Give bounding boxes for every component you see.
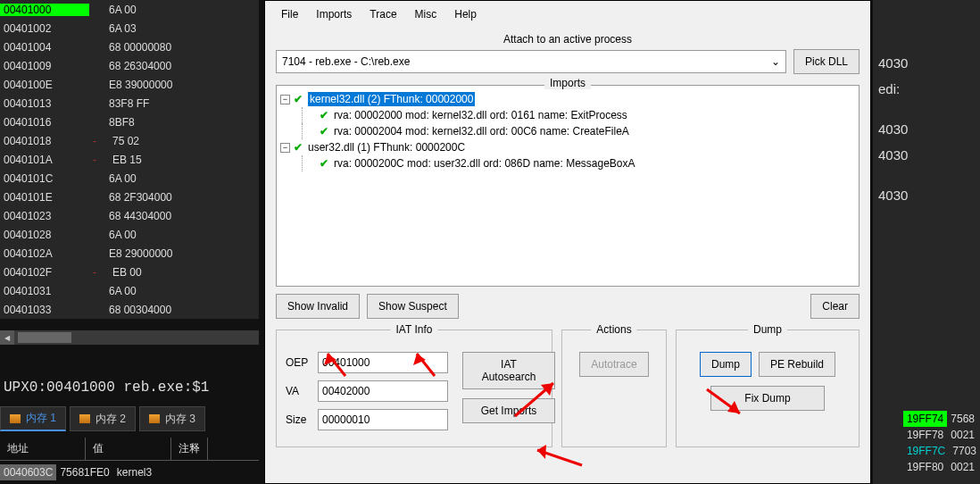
size-input[interactable] bbox=[318, 409, 448, 430]
autotrace-button[interactable]: Autotrace bbox=[579, 352, 648, 377]
iat-autosearch-button[interactable]: IAT Autosearch bbox=[462, 352, 555, 389]
address: 0040101E bbox=[0, 191, 89, 204]
disasm-row[interactable]: 00401013 83F8 FF bbox=[0, 94, 259, 113]
disasm-row[interactable]: 0040101A-EB 15 bbox=[0, 150, 259, 169]
disasm-row[interactable]: 00401031 6A 00 bbox=[0, 281, 259, 300]
disasm-row[interactable]: 00401016 8BF8 bbox=[0, 113, 259, 131]
col-comment: 注释 bbox=[171, 438, 208, 460]
memory-tab-3[interactable]: 内存 3 bbox=[139, 406, 205, 431]
tree-leaf[interactable]: ✔ rva: 0000200C mod: user32.dll ord: 086… bbox=[302, 155, 855, 171]
check-icon: ✔ bbox=[294, 141, 303, 154]
disasm-row[interactable]: 0040101C 6A 00 bbox=[0, 169, 259, 188]
disasm-row[interactable]: 00401004 68 00000080 bbox=[0, 38, 259, 56]
jump-marker: - bbox=[89, 266, 96, 279]
jump-marker: - bbox=[89, 154, 96, 166]
stack-row[interactable]: 19FF780021 bbox=[903, 427, 980, 443]
scroll-thumb[interactable] bbox=[18, 332, 71, 343]
check-icon: ✔ bbox=[294, 93, 303, 105]
address: 0040102A bbox=[0, 247, 89, 260]
attach-label: Attach to an active process bbox=[265, 33, 870, 46]
disasm-row[interactable]: 00401009 68 26304000 bbox=[0, 56, 259, 75]
dump-button[interactable]: Dump bbox=[700, 352, 752, 377]
oep-input[interactable] bbox=[318, 352, 448, 373]
address: 00401004 bbox=[0, 41, 89, 54]
stack-row[interactable]: 19FF747568 bbox=[903, 411, 980, 427]
stack-row[interactable]: 19FF7C7703 bbox=[903, 443, 980, 459]
disasm-row[interactable]: 00401028 6A 00 bbox=[0, 225, 259, 244]
bytes: 83F8 FF bbox=[93, 97, 149, 110]
menu-bar: File Imports Trace Misc Help bbox=[265, 1, 870, 28]
address: 00401009 bbox=[0, 60, 89, 72]
collapse-icon[interactable]: − bbox=[280, 95, 290, 104]
stack-row[interactable]: 19FF800021 bbox=[903, 459, 980, 475]
disasm-row[interactable]: 00401018-75 02 bbox=[0, 131, 259, 150]
tree-leaf[interactable]: ✔ rva: 00002000 mod: kernel32.dll ord: 0… bbox=[302, 107, 855, 123]
memory-header: 地址 值 注释 bbox=[0, 438, 259, 461]
col-address: 地址 bbox=[0, 438, 86, 460]
address: 0040102F bbox=[0, 266, 89, 279]
bytes: 8BF8 bbox=[93, 116, 135, 129]
horizontal-scrollbar[interactable]: ◀ bbox=[0, 330, 259, 345]
bytes: EB 00 bbox=[96, 266, 142, 279]
address: 00401033 bbox=[0, 304, 89, 316]
actions-panel: Actions Autotrace bbox=[561, 330, 667, 447]
address: 00401028 bbox=[0, 229, 89, 241]
tree-leaf[interactable]: ✔ rva: 00002004 mod: kernel32.dll ord: 0… bbox=[302, 123, 855, 139]
disasm-row[interactable]: 00401023 68 44304000 bbox=[0, 206, 259, 225]
menu-file[interactable]: File bbox=[274, 6, 305, 22]
disasm-row[interactable]: 00401000 6A 00 bbox=[0, 0, 259, 19]
imports-tree[interactable]: − ✔ kernel32.dll (2) FThunk: 00002000 ✔ … bbox=[277, 86, 859, 177]
address: 0040101A bbox=[0, 154, 89, 166]
menu-misc[interactable]: Misc bbox=[408, 6, 444, 22]
disasm-row[interactable]: 00401033 68 00304000 bbox=[0, 300, 259, 319]
col-value: 值 bbox=[86, 438, 171, 460]
iat-info-panel: IAT Info OEP VA Size IAT Autosearch Get … bbox=[276, 330, 552, 447]
memory-row[interactable]: 0040603C 75681FE0 kernel3 bbox=[0, 464, 155, 480]
menu-imports[interactable]: Imports bbox=[309, 6, 359, 22]
address: 00401018 bbox=[0, 135, 89, 147]
bytes: EB 15 bbox=[96, 154, 142, 166]
bytes: 75 02 bbox=[96, 135, 139, 147]
show-invalid-button[interactable]: Show Invalid bbox=[276, 294, 360, 319]
imports-label: Imports bbox=[544, 77, 591, 89]
menu-trace[interactable]: Trace bbox=[362, 6, 403, 22]
disasm-row[interactable]: 0040102A E8 29000000 bbox=[0, 244, 259, 263]
disasm-row[interactable]: 0040102F-EB 00 bbox=[0, 263, 259, 281]
get-imports-button[interactable]: Get Imports bbox=[462, 398, 555, 423]
disasm-row[interactable]: 00401002 6A 03 bbox=[0, 19, 259, 38]
size-label: Size bbox=[286, 413, 312, 426]
bytes: 68 26304000 bbox=[93, 60, 171, 72]
pick-dll-button[interactable]: Pick DLL bbox=[793, 49, 860, 74]
fix-dump-button[interactable]: Fix Dump bbox=[710, 386, 825, 411]
address: 00401023 bbox=[0, 210, 89, 222]
memory-tab-1[interactable]: 内存 1 bbox=[0, 406, 66, 431]
status-line: UPX0:00401000 reb.exe:$1 bbox=[4, 380, 209, 396]
collapse-icon[interactable]: − bbox=[280, 143, 290, 153]
imports-box: Imports − ✔ kernel32.dll (2) FThunk: 000… bbox=[276, 85, 860, 287]
va-input[interactable] bbox=[318, 380, 448, 402]
disasm-row[interactable]: 0040101E 68 2F304000 bbox=[0, 188, 259, 206]
check-icon: ✔ bbox=[320, 109, 328, 121]
tree-node-user32[interactable]: − ✔ user32.dll (1) FThunk: 0000200C bbox=[280, 139, 855, 155]
scylla-dialog: File Imports Trace Misc Help Attach to a… bbox=[264, 0, 871, 484]
memory-tab-2[interactable]: 内存 2 bbox=[70, 406, 136, 431]
pe-rebuild-button[interactable]: PE Rebuild bbox=[759, 352, 835, 377]
menu-help[interactable]: Help bbox=[447, 6, 484, 22]
bytes: 6A 03 bbox=[93, 22, 137, 35]
address: 00401031 bbox=[0, 285, 89, 297]
bytes: 6A 00 bbox=[93, 172, 137, 185]
memory-icon bbox=[149, 414, 160, 423]
address: 00401002 bbox=[0, 22, 89, 35]
stack-panel: 19FF74756819FF78002119FF7C770319FF800021 bbox=[903, 411, 980, 475]
scroll-left-icon[interactable]: ◀ bbox=[0, 330, 14, 345]
clear-button[interactable]: Clear bbox=[810, 294, 860, 319]
show-suspect-button[interactable]: Show Suspect bbox=[367, 294, 459, 319]
bytes: 68 00304000 bbox=[93, 304, 171, 316]
process-combo[interactable]: 7104 - reb.exe - C:\reb.exe ⌄ bbox=[276, 50, 786, 73]
oep-label: OEP bbox=[286, 356, 312, 369]
chevron-down-icon: ⌄ bbox=[771, 55, 780, 68]
tree-node-kernel32[interactable]: − ✔ kernel32.dll (2) FThunk: 00002000 bbox=[280, 91, 855, 107]
disasm-row[interactable]: 0040100E E8 39000000 bbox=[0, 75, 259, 94]
check-icon: ✔ bbox=[320, 125, 328, 138]
bytes: 6A 00 bbox=[93, 229, 137, 241]
